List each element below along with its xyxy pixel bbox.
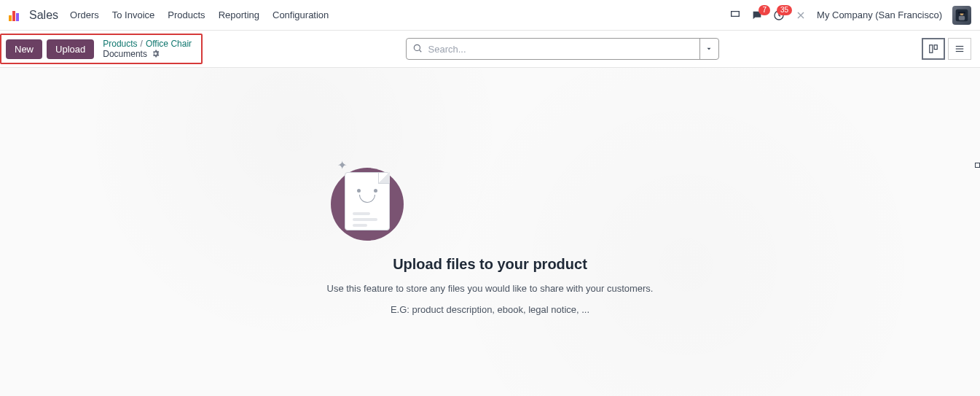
empty-state: ✦ Upload files to your product Use this … xyxy=(327,163,654,315)
messages-icon[interactable]: 7 xyxy=(751,9,763,21)
main-menu: Orders To Invoice Products Reporting Con… xyxy=(70,9,329,20)
list-view-button[interactable] xyxy=(948,38,971,60)
activities-icon[interactable]: 35 xyxy=(773,9,785,21)
breadcrumb-current: Documents xyxy=(103,49,147,59)
breadcrumb-products-link[interactable]: Products xyxy=(103,39,137,49)
search-dropdown-toggle[interactable] xyxy=(699,39,718,59)
empty-line1: Use this feature to store any files you … xyxy=(327,283,654,294)
empty-line2: E.G: product description, ebook, legal n… xyxy=(327,304,654,315)
header-right: 7 35 My Company (San Francisco) xyxy=(729,6,971,25)
messages-badge: 7 xyxy=(758,5,770,15)
menu-orders[interactable]: Orders xyxy=(70,9,99,20)
search-box xyxy=(406,38,719,60)
search-icon xyxy=(407,43,428,55)
empty-illustration-icon: ✦ xyxy=(327,163,407,243)
svg-rect-3 xyxy=(959,15,965,20)
search-input[interactable] xyxy=(428,44,699,55)
menu-products[interactable]: Products xyxy=(168,9,205,20)
main-content: ✦ Upload files to your product Use this … xyxy=(0,67,980,396)
left-actions-highlight: New Upload Products / Office Chair Docum… xyxy=(0,34,203,64)
top-nav: Sales Orders To Invoice Products Reporti… xyxy=(0,0,980,31)
search-wrap xyxy=(203,38,922,60)
menu-configuration[interactable]: Configuration xyxy=(273,9,329,20)
phone-icon[interactable] xyxy=(729,9,741,21)
control-bar: New Upload Products / Office Chair Docum… xyxy=(0,31,980,67)
breadcrumb-item-link[interactable]: Office Chair xyxy=(146,39,192,49)
user-avatar[interactable] xyxy=(952,6,971,25)
svg-rect-7 xyxy=(934,45,937,50)
view-switcher xyxy=(922,38,971,60)
company-selector[interactable]: My Company (San Francisco) xyxy=(817,9,942,20)
breadcrumb-separator: / xyxy=(141,39,143,49)
breadcrumb: Products / Office Chair Documents xyxy=(103,39,192,59)
app-name[interactable]: Sales xyxy=(29,9,58,22)
menu-to-invoice[interactable]: To Invoice xyxy=(112,9,155,20)
tools-icon[interactable] xyxy=(795,9,807,21)
activities-badge: 35 xyxy=(777,5,792,15)
svg-rect-6 xyxy=(930,45,933,53)
kanban-view-button[interactable] xyxy=(922,38,945,60)
right-rail-handle[interactable] xyxy=(974,163,980,250)
empty-title: Upload files to your product xyxy=(327,256,654,273)
app-logo-icon[interactable] xyxy=(9,9,22,22)
gear-icon[interactable] xyxy=(152,50,160,59)
svg-point-5 xyxy=(414,44,420,50)
menu-reporting[interactable]: Reporting xyxy=(219,9,259,20)
new-button[interactable]: New xyxy=(6,39,42,59)
svg-rect-4 xyxy=(958,12,965,14)
upload-button[interactable]: Upload xyxy=(47,39,94,59)
